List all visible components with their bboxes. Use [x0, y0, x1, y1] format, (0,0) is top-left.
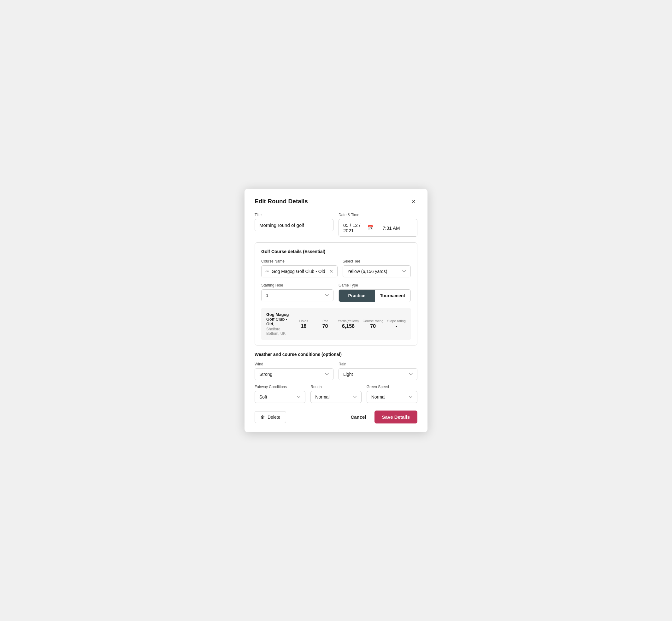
fairway-label: Fairway Conditions: [255, 385, 305, 389]
delete-button[interactable]: 🗑 Delete: [255, 411, 286, 423]
time-value: 7:31 AM: [383, 225, 400, 231]
fairway-rough-green-row: Fairway Conditions Soft Normal Firm Roug…: [255, 385, 417, 403]
practice-button[interactable]: Practice: [339, 290, 375, 302]
datetime-label: Date & Time: [339, 213, 417, 217]
course-rating-value: 70: [370, 323, 376, 329]
course-location: Shelford Bottom, UK: [266, 327, 291, 336]
course-rating-stat: Course rating 70: [363, 319, 383, 329]
slope-rating-label: Slope rating: [387, 319, 406, 323]
par-value: 70: [323, 323, 328, 329]
date-part[interactable]: 05 / 12 / 2021 📅: [339, 219, 378, 236]
conditions-section: Weather and course conditions (optional)…: [255, 352, 417, 403]
footer-row: 🗑 Delete Cancel Save Details: [255, 411, 417, 423]
close-button[interactable]: ×: [410, 198, 417, 205]
slope-rating-stat: Slope rating -: [387, 319, 406, 329]
course-section: Golf Course details (Essential) Course N…: [255, 242, 417, 345]
game-type-toggle: Practice Tournament: [339, 289, 411, 302]
rough-dropdown[interactable]: Short Normal Long: [310, 391, 361, 403]
starting-hole-dropdown[interactable]: 1: [261, 289, 333, 301]
select-tee-group: Select Tee Yellow (6,156 yards): [343, 259, 411, 277]
green-speed-label: Green Speed: [367, 385, 417, 389]
rough-group: Rough Short Normal Long: [310, 385, 361, 403]
yards-stat: Yards(Yellow) 6,156: [338, 319, 359, 329]
holes-label: Holes: [299, 319, 308, 323]
title-group: Title: [255, 213, 333, 237]
tournament-button[interactable]: Tournament: [375, 290, 411, 302]
calendar-icon: 📅: [368, 225, 374, 231]
par-label: Par: [323, 319, 328, 323]
delete-label: Delete: [267, 415, 280, 420]
rough-label: Rough: [310, 385, 361, 389]
slope-rating-value: -: [395, 323, 397, 329]
game-type-group: Game Type Practice Tournament: [339, 283, 411, 302]
date-value: 05 / 12 / 2021: [343, 222, 365, 233]
fairway-dropdown[interactable]: Soft Normal Firm: [255, 391, 305, 403]
course-name-label: Course Name: [261, 259, 338, 263]
wind-label: Wind: [255, 362, 333, 366]
yards-value: 6,156: [342, 323, 354, 329]
green-speed-group: Green Speed Slow Normal Fast: [367, 385, 417, 403]
fairway-group: Fairway Conditions Soft Normal Firm: [255, 385, 305, 403]
rain-dropdown[interactable]: None Light Moderate Heavy: [339, 368, 417, 380]
conditions-title: Weather and course conditions (optional): [255, 352, 417, 357]
title-label: Title: [255, 213, 333, 217]
rain-group: Rain None Light Moderate Heavy: [339, 362, 417, 380]
save-button[interactable]: Save Details: [375, 411, 417, 423]
holes-value: 18: [301, 323, 307, 329]
wind-dropdown[interactable]: Calm Light Moderate Strong: [255, 368, 333, 380]
clear-icon[interactable]: ✕: [329, 268, 333, 274]
edit-round-modal: Edit Round Details × Title Date & Time 0…: [245, 189, 427, 432]
course-name-search[interactable]: ⚮ ✕: [261, 265, 338, 277]
trash-icon: 🗑: [261, 415, 265, 420]
holes-stat: Holes 18: [295, 319, 313, 329]
footer-right: Cancel Save Details: [345, 411, 417, 423]
rain-label: Rain: [339, 362, 417, 366]
game-type-label: Game Type: [339, 283, 411, 287]
time-part[interactable]: 7:31 AM: [378, 219, 417, 236]
cancel-button[interactable]: Cancel: [345, 411, 372, 423]
wind-group: Wind Calm Light Moderate Strong: [255, 362, 333, 380]
wind-rain-row: Wind Calm Light Moderate Strong Rain Non…: [255, 362, 417, 380]
course-info-box: Gog Magog Golf Club - Old, Shelford Bott…: [261, 308, 411, 340]
course-name-group: Course Name ⚮ ✕: [261, 259, 338, 277]
title-input[interactable]: [255, 219, 333, 231]
search-icon: ⚮: [265, 269, 269, 274]
yards-label: Yards(Yellow): [338, 319, 359, 323]
datetime-group: Date & Time 05 / 12 / 2021 📅 7:31 AM: [339, 213, 417, 237]
starting-hole-label: Starting Hole: [261, 283, 333, 287]
course-info-name: Gog Magog Golf Club - Old, Shelford Bott…: [266, 312, 291, 336]
course-rating-label: Course rating: [363, 319, 383, 323]
date-time-field: 05 / 12 / 2021 📅 7:31 AM: [339, 219, 417, 237]
modal-header: Edit Round Details ×: [255, 198, 417, 205]
hole-gametype-row: Starting Hole 1 Game Type Practice Tourn…: [261, 283, 411, 302]
title-datetime-row: Title Date & Time 05 / 12 / 2021 📅 7:31 …: [255, 213, 417, 237]
starting-hole-group: Starting Hole 1: [261, 283, 333, 302]
course-section-title: Golf Course details (Essential): [261, 249, 411, 254]
select-tee-label: Select Tee: [343, 259, 411, 263]
modal-title: Edit Round Details: [255, 198, 308, 205]
course-name-display: Gog Magog Golf Club - Old,: [266, 312, 291, 326]
conditions-grid: Wind Calm Light Moderate Strong Rain Non…: [255, 362, 417, 403]
course-name-input[interactable]: [271, 269, 327, 274]
green-speed-dropdown[interactable]: Slow Normal Fast: [367, 391, 417, 403]
select-tee-dropdown[interactable]: Yellow (6,156 yards): [343, 265, 411, 277]
par-stat: Par 70: [317, 319, 334, 329]
course-tee-row: Course Name ⚮ ✕ Select Tee Yellow (6,156…: [261, 259, 411, 277]
